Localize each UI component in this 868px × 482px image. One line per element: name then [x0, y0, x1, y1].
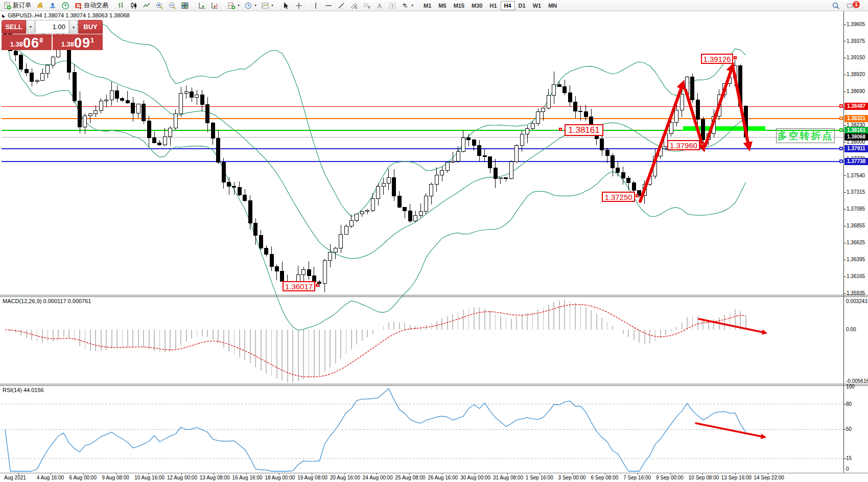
notification-badge[interactable]: 1 [853, 1, 860, 8]
candle-body [451, 162, 455, 163]
time-label: 30 Aug 00:00 [460, 475, 490, 480]
candle-body [472, 140, 476, 145]
gold-button[interactable] [34, 1, 46, 11]
timeframe-group: M1M5M15M30H1H4D1W1MN [420, 1, 560, 10]
tf-button-H4[interactable]: H4 [501, 1, 515, 10]
chat-button[interactable]: 1 [844, 1, 865, 11]
line-chart-button[interactable] [140, 1, 153, 11]
indicators-button[interactable]: ▾ [225, 1, 242, 11]
time-label: 6 Sep 08:00 [591, 475, 618, 480]
cursor-button[interactable] [280, 1, 292, 11]
text-button[interactable]: A [373, 1, 386, 11]
tf-button-M15[interactable]: M15 [450, 1, 468, 10]
templates-button[interactable]: ▾ [259, 1, 275, 11]
shapes-button[interactable]: ▾ [399, 1, 415, 11]
tf-button-MN[interactable]: MN [545, 1, 560, 10]
auto-trading-button[interactable]: 自动交易 [72, 1, 110, 11]
text-a-icon: A [376, 2, 384, 10]
candle-body [387, 177, 390, 183]
tf-button-M1[interactable]: M1 [420, 1, 435, 10]
indicators-add-icon [227, 2, 236, 10]
toolbar: 新订单 自动交易 [0, 0, 868, 11]
channel-button[interactable]: E [348, 1, 360, 11]
signal-button[interactable] [59, 1, 72, 11]
price-callout: 1.38161 [565, 124, 603, 136]
rsi-label: RSI(14) 44.0156 [3, 387, 44, 393]
callout-anchor [700, 143, 703, 146]
tf-button-M5[interactable]: M5 [435, 1, 450, 10]
candle-body [691, 77, 694, 100]
auto-trading-icon [74, 2, 82, 10]
vertical-line-button[interactable] [310, 1, 322, 11]
candle-body [46, 65, 50, 74]
rsi-arrow [696, 423, 764, 437]
auto-trading-label: 自动交易 [84, 1, 108, 10]
zoom-in-button[interactable] [153, 1, 166, 11]
tile-windows-button[interactable] [179, 1, 191, 11]
buy-price-display[interactable]: 1.38091 [53, 34, 103, 50]
candle-body [41, 74, 44, 81]
sell-price-display[interactable]: 1.38068 [2, 34, 52, 50]
line-chart-icon [143, 2, 151, 10]
time-label: 10 Aug 16:00 [134, 475, 165, 480]
tf-button-D1[interactable]: D1 [515, 1, 529, 10]
candle-body [520, 134, 524, 145]
time-label: 9 Aug 08:00 [102, 475, 129, 480]
candle-body [574, 102, 577, 111]
candle-body [169, 128, 172, 137]
search-button[interactable] [830, 1, 842, 11]
tile-windows-icon [181, 2, 189, 10]
horizontal-line-button[interactable] [322, 1, 335, 11]
clock-icon [244, 2, 252, 10]
bar-chart-icon [117, 2, 125, 10]
candle-body [435, 175, 438, 185]
tf-button-M30[interactable]: M30 [468, 1, 486, 10]
price-tick-label: 1.38920 [847, 72, 865, 77]
price-tick-label: 1.35935 [847, 290, 865, 296]
macd-signal-line [5, 305, 746, 377]
volume-decrease-button[interactable]: ▼ [27, 20, 35, 34]
new-order-button[interactable]: 新订单 [1, 1, 33, 11]
arrows-shapes-icon [401, 2, 409, 10]
chart-canvas[interactable] [0, 0, 868, 482]
candlestick-icon [130, 2, 138, 10]
candle-body [552, 85, 556, 95]
volume-input[interactable]: 1.00 [35, 20, 69, 34]
candle-body [200, 95, 204, 105]
tf-button-W1[interactable]: W1 [529, 1, 545, 10]
candle-body [227, 182, 231, 187]
candle-body [318, 282, 321, 283]
chart-shift-button[interactable] [208, 1, 221, 11]
candle-body [584, 112, 588, 117]
volume-increase-button[interactable]: ▲ [69, 20, 78, 34]
fibonacci-button[interactable]: F [361, 1, 373, 11]
auto-scroll-button[interactable] [196, 1, 208, 11]
candlestick-button[interactable] [128, 1, 140, 11]
buy-button[interactable]: BUY [78, 20, 103, 34]
bar-chart-button[interactable] [115, 1, 127, 11]
chevron-down-icon: ▾ [411, 3, 413, 8]
price-tick-label: 1.36395 [847, 257, 865, 262]
candle-body [35, 80, 39, 82]
periodicity-button[interactable]: ▾ [242, 1, 259, 11]
candle-body [456, 152, 460, 162]
candle-body [579, 111, 582, 112]
candle-body [270, 254, 273, 266]
candle-body [526, 129, 529, 134]
candle-body [222, 162, 225, 182]
text-label-button[interactable]: T [386, 1, 398, 11]
chevron-down-icon: ▾ [254, 3, 256, 8]
candle-body [136, 104, 140, 113]
candle-body [616, 168, 620, 172]
community-button[interactable] [46, 1, 59, 11]
sell-button[interactable]: SELL [2, 20, 26, 34]
tf-button-H1[interactable]: H1 [486, 1, 500, 10]
candle-body [88, 113, 92, 116]
candle-body [499, 178, 502, 179]
chart-shift-icon [210, 2, 219, 10]
candle-body [424, 196, 428, 212]
trendline-button[interactable] [335, 1, 347, 11]
zoom-out-button[interactable] [166, 1, 178, 11]
crosshair-button[interactable] [293, 1, 305, 11]
price-callout: 1.36017 [283, 281, 315, 291]
